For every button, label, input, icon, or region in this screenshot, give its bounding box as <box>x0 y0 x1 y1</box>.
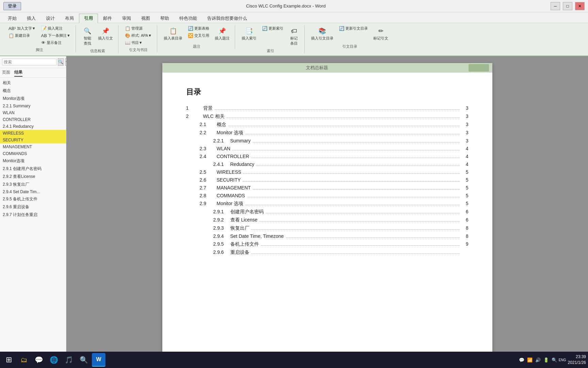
smart-find-button[interactable]: 🔍 智能查找 <box>81 25 94 47</box>
toc-row: 2.5 WIRELESS 5 <box>186 169 469 175</box>
tab-features[interactable]: 特色功能 <box>174 14 202 23</box>
nav-item[interactable]: 相关 <box>0 79 66 87</box>
nav-item[interactable]: 概念 <box>0 87 66 95</box>
taskbar-chrome[interactable]: 🌐 <box>47 353 61 367</box>
tab-start[interactable]: 开始 <box>3 14 22 23</box>
taskbar-search[interactable]: 🔍 <box>77 353 91 367</box>
show-notes-button[interactable]: 👁显示备注 <box>39 40 72 46</box>
table-of-figures-icon: 📋 <box>168 26 178 36</box>
nav-item[interactable]: 2.9.2 查看License <box>0 173 66 181</box>
app-body: 🔍 ▼ 页面 结果 相关 概念 Monitor选项 2.2.1 Summary … <box>0 56 588 361</box>
login-button[interactable]: 登录 <box>3 2 21 10</box>
insert-citation-button[interactable]: 📌 插入引文 <box>96 25 115 42</box>
title-bar: 登录 Cisco WLC Config Example.docx - Word … <box>0 0 588 12</box>
tab-page[interactable]: 页面 <box>2 69 10 77</box>
tab-view[interactable]: 视图 <box>136 14 155 23</box>
toc-row: 2.7 MANAGEMENT 5 <box>186 185 469 191</box>
toc-dots <box>266 213 460 213</box>
toc-page: 3 <box>462 122 469 127</box>
taskbar-explorer[interactable]: 🗂 <box>17 353 31 367</box>
toc-dots <box>243 173 460 174</box>
document-area[interactable]: 文档总标题 目录 1 背景 3 2 WLC 相关 3 2.1 概念 3 2.2 … <box>66 56 588 361</box>
toc-number: 2.2.1 <box>186 138 230 143</box>
tab-references[interactable]: 引用 <box>79 14 98 24</box>
start-button[interactable]: ⊞ <box>2 353 16 367</box>
system-clock[interactable]: 23:39 2021/1/26 <box>568 354 586 366</box>
nav-item-commands[interactable]: COMMANDS <box>0 150 66 157</box>
system-tray: 💬 📶 🔊 🔋 🔍 ENG <box>518 356 566 363</box>
nav-item[interactable]: 2.9.7 计划任务重启 <box>0 211 66 219</box>
nav-item[interactable]: 2.4.1 Redudancy <box>0 123 66 130</box>
add-text-button[interactable]: AB¹加入文字▼ <box>7 25 37 32</box>
keyboard-icon[interactable]: ENG <box>559 356 566 363</box>
nav-item[interactable]: 2.9.4 Set Date Tim... <box>0 188 66 195</box>
nav-item[interactable]: 2.9.6 重启设备 <box>0 203 66 211</box>
tab-layout[interactable]: 布局 <box>60 14 79 23</box>
insert-table-of-figures-button[interactable]: 📋 插入表目录 <box>162 25 184 42</box>
nav-item[interactable]: 2.9.5 备机上传文件 <box>0 195 66 203</box>
speaker-icon[interactable]: 🔊 <box>535 356 541 363</box>
toc-number: 2.9.6 <box>186 249 230 255</box>
toc-label: MANAGEMENT <box>217 185 251 190</box>
maximize-button[interactable]: □ <box>563 2 572 10</box>
cross-reference-button[interactable]: 🔀交叉引用 <box>186 32 211 39</box>
next-footnote-button[interactable]: AB下一条脚注▼ <box>39 32 72 39</box>
nav-item[interactable]: WLAN <box>0 109 66 116</box>
toc-page: 4 <box>462 146 469 151</box>
toc-number: 2.7 <box>186 185 217 190</box>
search-input[interactable] <box>2 59 56 65</box>
insert-toc-button[interactable]: 📋新建目录 <box>7 32 37 39</box>
tab-tell-me[interactable]: 告诉我你想要做什么 <box>202 14 252 23</box>
toc-row: 2.6 SECURITY 5 <box>186 177 469 183</box>
toc-number: 2.8 <box>186 193 217 198</box>
tab-help[interactable]: 帮助 <box>155 14 174 23</box>
nav-item[interactable]: Monitor选项 <box>0 157 66 165</box>
toc-page: 8 <box>462 225 469 231</box>
nav-item-controller[interactable]: CONTROLLER <box>0 116 66 123</box>
manage-source-button[interactable]: 📋管理源 <box>123 25 153 32</box>
insert-caption-button[interactable]: 📌 插入题注 <box>213 25 231 42</box>
index-icon: 📑 <box>244 26 254 36</box>
toc-dots <box>251 254 460 254</box>
minimize-button[interactable]: ─ <box>551 2 560 10</box>
insert-endnote-button[interactable]: 📝插入尾注 <box>39 25 72 32</box>
insert-index-button[interactable]: 📑 插入索引 <box>240 25 258 42</box>
taskbar-word[interactable]: W <box>92 353 105 367</box>
update-table-button[interactable]: 🔄更新表格 <box>186 25 211 32</box>
mark-citation-button[interactable]: ✏ 标记引文 <box>372 25 390 42</box>
nav-item[interactable]: 2.9.1 创建用户名密码 <box>0 165 66 173</box>
nav-item-wireless[interactable]: WIRELESS <box>0 130 66 137</box>
close-button[interactable]: ✕ <box>575 2 585 10</box>
nav-item[interactable]: MANAGEMENT <box>0 143 66 150</box>
wechat-tray-icon[interactable]: 💬 <box>518 356 525 363</box>
search-button[interactable]: 🔍 <box>58 58 64 66</box>
mark-entry-button[interactable]: 🏷 标记条目 <box>287 25 301 47</box>
bibliography-button[interactable]: 📖书目▼ <box>123 40 153 46</box>
toc-page: 5 <box>462 185 469 190</box>
nav-item[interactable]: 2.9.3 恢复出厂 <box>0 181 66 188</box>
nav-item[interactable]: Monitor选项 <box>0 95 66 103</box>
nav-item[interactable]: 2.2.1 Summary <box>0 103 66 109</box>
doc-header-title: 文档总标题 <box>306 65 328 71</box>
update-citation-index-button[interactable]: 🔄更新引文目录 <box>337 25 370 32</box>
toc-number: 2.4.1 <box>186 162 230 167</box>
tab-results[interactable]: 结果 <box>14 69 22 77</box>
network-icon[interactable]: 📶 <box>526 356 533 363</box>
toc-label: 查看 License <box>230 217 258 223</box>
style-apa-button[interactable]: 🎨样式: APA▼ <box>123 32 153 39</box>
search-tray-icon[interactable]: 🔍 <box>551 356 558 363</box>
nav-item-security[interactable]: SECURITY <box>0 137 66 143</box>
update-index-button[interactable]: 🔄更新索引 <box>260 25 285 32</box>
tab-insert[interactable]: 插入 <box>22 14 41 23</box>
taskbar-media[interactable]: 🎵 <box>62 353 76 367</box>
tab-review[interactable]: 审阅 <box>117 14 136 23</box>
battery-icon[interactable]: 🔋 <box>543 356 550 363</box>
toc-dots <box>256 166 459 166</box>
insert-citation-index-button[interactable]: 📚 插入引文目录 <box>309 25 335 42</box>
tab-design[interactable]: 设计 <box>41 14 60 23</box>
toc-number: 2.9.3 <box>186 225 230 231</box>
tab-mail[interactable]: 邮件 <box>98 14 117 23</box>
search-bar: 🔍 ▼ <box>0 56 66 68</box>
caption-group-label: 题注 <box>193 44 200 49</box>
taskbar-wechat[interactable]: 💬 <box>32 353 46 367</box>
